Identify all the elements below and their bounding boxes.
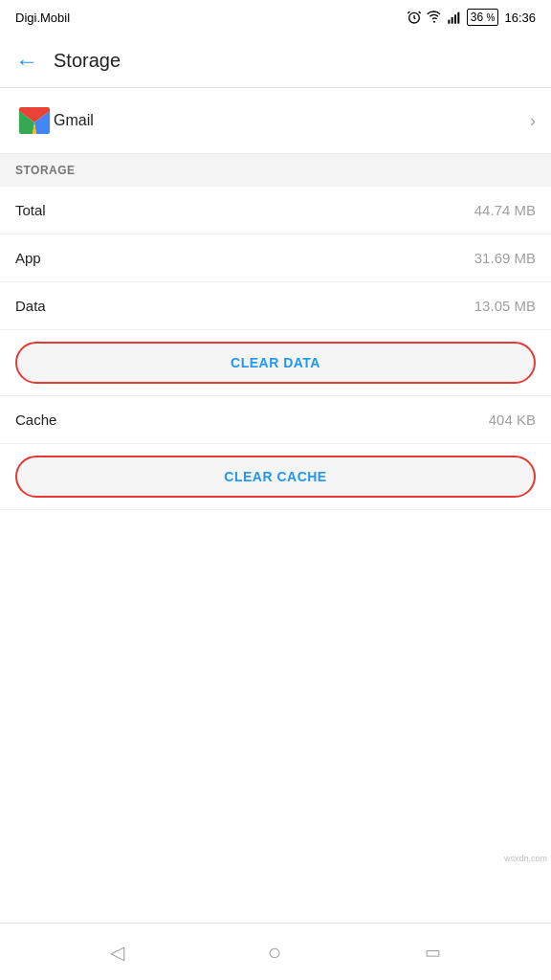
chevron-right-icon: › [530, 111, 536, 131]
recent-nav-button[interactable]: ▭ [425, 942, 441, 963]
cache-value: 404 KB [489, 412, 536, 428]
svg-rect-5 [457, 12, 459, 24]
total-value: 44.74 MB [474, 202, 536, 218]
status-icons: 36 % [407, 9, 499, 26]
page-title: Storage [54, 50, 121, 72]
back-nav-button[interactable]: ◁ [110, 941, 124, 964]
svg-rect-2 [448, 20, 450, 24]
app-name-label: Gmail [54, 112, 530, 129]
storage-section-header: STORAGE [0, 154, 551, 187]
clear-data-button-row: CLEAR DATA [0, 330, 551, 396]
signal-icon [447, 10, 462, 25]
content-area: Gmail › STORAGE Total 44.74 MB App 31.69… [0, 88, 551, 923]
home-nav-button[interactable]: ○ [268, 939, 282, 966]
data-label: Data [15, 298, 46, 314]
clear-data-button[interactable]: CLEAR DATA [15, 342, 536, 384]
app-item-gmail[interactable]: Gmail › [0, 88, 551, 154]
svg-rect-3 [452, 17, 453, 24]
watermark: wsxdn.com [504, 854, 547, 863]
alarm-icon [407, 10, 422, 25]
data-value: 13.05 MB [474, 298, 536, 314]
carrier-label: Digi.Mobil [15, 11, 70, 25]
cache-label: Cache [15, 412, 56, 428]
bottom-nav: ◁ ○ ▭ [0, 923, 551, 980]
wifi-icon [427, 10, 442, 25]
clear-cache-label: CLEAR CACHE [224, 469, 326, 484]
battery-indicator: 36 % [467, 9, 499, 26]
gmail-icon [15, 101, 54, 140]
svg-point-1 [433, 21, 435, 23]
time-label: 16:36 [504, 11, 536, 25]
svg-rect-4 [454, 14, 456, 23]
status-bar: Digi.Mobil [0, 0, 551, 34]
clear-cache-button-row: CLEAR CACHE [0, 444, 551, 510]
back-button[interactable]: ← [15, 48, 38, 75]
storage-app-row: App 31.69 MB [0, 234, 551, 282]
home-nav-icon: ○ [268, 939, 282, 966]
clear-cache-button[interactable]: CLEAR CACHE [15, 456, 536, 498]
total-label: Total [15, 202, 46, 218]
status-right: 36 % 16:36 [407, 9, 536, 26]
recent-nav-icon: ▭ [425, 942, 441, 963]
storage-total-row: Total 44.74 MB [0, 187, 551, 234]
top-nav-bar: ← Storage [0, 34, 551, 88]
app-value: 31.69 MB [474, 250, 536, 266]
storage-cache-row: Cache 404 KB [0, 396, 551, 444]
back-nav-icon: ◁ [110, 941, 124, 964]
storage-data-row: Data 13.05 MB [0, 282, 551, 330]
clear-data-label: CLEAR DATA [231, 355, 320, 370]
app-label: App [15, 250, 41, 266]
